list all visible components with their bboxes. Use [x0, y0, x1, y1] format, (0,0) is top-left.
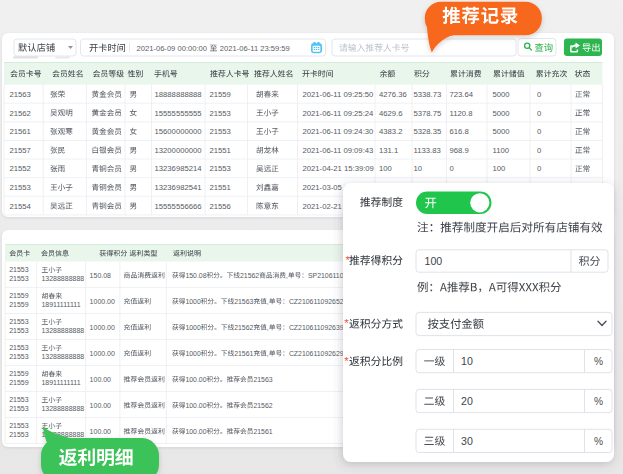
svg-text:0: 0 [537, 164, 541, 173]
svg-text:150.08: 150.08 [185, 272, 206, 279]
svg-text:0: 0 [537, 109, 541, 118]
svg-text:21553: 21553 [9, 353, 29, 360]
svg-text:1000: 1000 [185, 298, 200, 305]
svg-text:0: 0 [537, 146, 541, 155]
svg-text:10: 10 [414, 164, 423, 173]
svg-text:2021-06-11 09:25:24: 2021-06-11 09:25:24 [303, 109, 375, 118]
svg-text:1000: 1000 [185, 350, 200, 357]
svg-text:21553: 21553 [9, 318, 29, 325]
svg-text:%: % [594, 396, 603, 407]
svg-text:5000: 5000 [493, 109, 510, 118]
svg-text:15555556666: 15555556666 [155, 202, 202, 211]
svg-text:21561: 21561 [253, 428, 272, 435]
svg-text:15600000000: 15600000000 [155, 127, 202, 136]
svg-text:2021-06-11 09:25:50: 2021-06-11 09:25:50 [303, 90, 374, 99]
svg-text:20: 20 [461, 395, 473, 407]
svg-text:21561: 21561 [10, 127, 31, 136]
svg-text:21553: 21553 [9, 396, 29, 403]
svg-text:18888888888: 18888888888 [155, 90, 202, 99]
svg-text:21557: 21557 [10, 146, 31, 155]
svg-text:21553: 21553 [9, 431, 29, 438]
svg-text:21553: 21553 [9, 344, 29, 351]
svg-text:,: , [267, 350, 269, 357]
svg-text:21553: 21553 [210, 164, 231, 173]
svg-text:21553: 21553 [9, 422, 29, 429]
svg-text:13288888888: 13288888888 [41, 275, 84, 282]
svg-text:21562: 21562 [10, 109, 31, 118]
svg-text:21559: 21559 [9, 301, 29, 308]
svg-text:1000.00: 1000.00 [90, 324, 115, 331]
svg-text:21562: 21562 [253, 402, 272, 409]
svg-text:100.00: 100.00 [90, 428, 112, 435]
svg-text:,: , [267, 298, 269, 305]
svg-text:10: 10 [461, 355, 473, 367]
svg-text:18911111111: 18911111111 [41, 379, 80, 386]
svg-text:100: 100 [379, 164, 392, 173]
svg-text:,: , [267, 324, 269, 331]
svg-text:21563: 21563 [253, 376, 272, 383]
svg-text:30: 30 [461, 435, 473, 447]
svg-text:5338.73: 5338.73 [414, 90, 442, 99]
svg-text:*: * [344, 355, 349, 367]
svg-text:100.00: 100.00 [185, 376, 206, 383]
svg-text:5378.75: 5378.75 [414, 109, 442, 118]
svg-text:100: 100 [493, 164, 506, 173]
svg-text:21559: 21559 [9, 370, 29, 377]
svg-text:131.1: 131.1 [379, 146, 398, 155]
svg-text:1000.00: 1000.00 [90, 350, 115, 357]
svg-text:%: % [594, 436, 603, 447]
svg-text:21562: 21562 [234, 324, 253, 331]
svg-text:13288888888: 13288888888 [41, 327, 84, 334]
svg-text:2021-04-21 15:39:09: 2021-04-21 15:39:09 [303, 164, 374, 173]
svg-text:21553: 21553 [210, 127, 231, 136]
svg-text:21559: 21559 [210, 90, 231, 99]
svg-text:21553: 21553 [9, 266, 29, 273]
svg-text:21553: 21553 [210, 109, 231, 118]
svg-text:5000: 5000 [493, 90, 510, 99]
svg-text:13288888888: 13288888888 [41, 353, 84, 360]
svg-text:616.8: 616.8 [450, 127, 469, 136]
svg-text:2021-06-11 09:24:30: 2021-06-11 09:24:30 [303, 127, 374, 136]
svg-text:100: 100 [425, 255, 443, 267]
svg-text:4629.6: 4629.6 [379, 109, 403, 118]
svg-text:18911111111: 18911111111 [41, 301, 80, 308]
svg-text:CZ21061109262903: CZ21061109262903 [289, 350, 351, 357]
svg-text:1000: 1000 [185, 324, 200, 331]
svg-text:13288888888: 13288888888 [41, 405, 84, 412]
svg-text:1000.00: 1000.00 [90, 298, 115, 305]
svg-text:968.9: 968.9 [450, 146, 469, 155]
svg-text:0: 0 [537, 127, 541, 136]
svg-text:2021-06-11 09:09:43: 2021-06-11 09:09:43 [303, 146, 374, 155]
svg-text:100.00: 100.00 [185, 428, 206, 435]
svg-text:5000: 5000 [493, 127, 510, 136]
svg-text:21561: 21561 [234, 350, 253, 357]
svg-text:100.00: 100.00 [185, 402, 206, 409]
svg-text:21551: 21551 [210, 146, 231, 155]
svg-text:CZ21061109263930: CZ21061109263930 [289, 324, 351, 331]
svg-text:2021-06-11 23:59:59: 2021-06-11 23:59:59 [220, 44, 290, 53]
svg-text:5328.35: 5328.35 [414, 127, 442, 136]
svg-text:13236985214: 13236985214 [155, 164, 203, 173]
svg-text:15555555555: 15555555555 [155, 109, 202, 118]
svg-text:21559: 21559 [9, 292, 29, 299]
svg-text:1133.83: 1133.83 [414, 146, 441, 155]
svg-text:21562: 21562 [240, 272, 259, 279]
svg-text:21553: 21553 [9, 405, 29, 412]
svg-text:21551: 21551 [210, 183, 231, 192]
svg-text:0: 0 [537, 90, 541, 99]
svg-text:%: % [594, 356, 603, 367]
svg-text:4383.2: 4383.2 [379, 127, 403, 136]
svg-text:2021-06-09 00:00:00: 2021-06-09 00:00:00 [137, 44, 208, 53]
svg-text:1100: 1100 [493, 146, 510, 155]
svg-text:CZ21061109265248: CZ21061109265248 [289, 298, 351, 305]
svg-text:21552: 21552 [10, 164, 31, 173]
svg-text:13200000000: 13200000000 [155, 146, 202, 155]
svg-text:100.00: 100.00 [90, 402, 112, 409]
svg-text:21563: 21563 [234, 298, 253, 305]
svg-text:4276.36: 4276.36 [379, 90, 407, 99]
svg-text:*: * [344, 317, 349, 329]
svg-text:150.08: 150.08 [90, 272, 112, 279]
svg-text:21553: 21553 [9, 327, 29, 334]
svg-text:723.64: 723.64 [450, 90, 474, 99]
svg-text:*: * [346, 254, 351, 266]
